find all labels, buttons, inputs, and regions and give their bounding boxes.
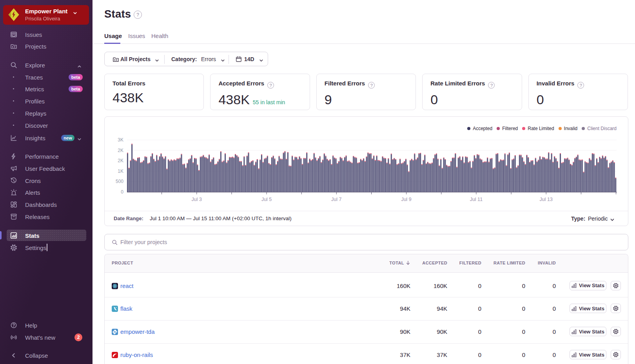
svg-text:Jul 5: Jul 5 bbox=[261, 197, 272, 202]
svg-text:Jul 7: Jul 7 bbox=[331, 197, 341, 202]
svg-text:2K: 2K bbox=[118, 148, 123, 153]
svg-text:2K: 2K bbox=[118, 158, 123, 163]
svg-text:3K: 3K bbox=[118, 137, 123, 143]
svg-text:0: 0 bbox=[121, 189, 123, 195]
svg-text:Jul 3: Jul 3 bbox=[192, 197, 202, 202]
svg-text:Jul 13: Jul 13 bbox=[540, 197, 553, 202]
svg-text:Jul 11: Jul 11 bbox=[470, 197, 483, 202]
svg-text:500: 500 bbox=[116, 179, 123, 184]
svg-text:1K: 1K bbox=[118, 168, 123, 174]
svg-text:Jul 9: Jul 9 bbox=[401, 197, 411, 202]
